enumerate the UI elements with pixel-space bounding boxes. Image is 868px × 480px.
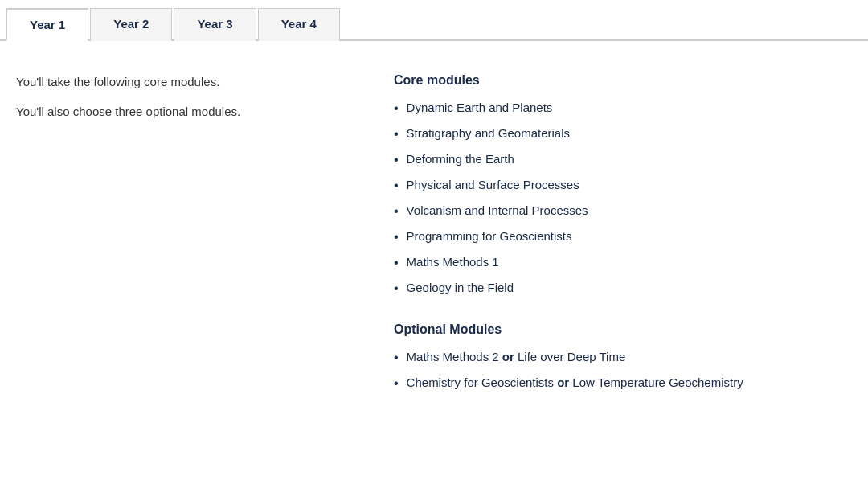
main-content: You'll take the following core modules. … (0, 41, 868, 441)
list-item: Maths Methods 2 or Life over Deep Time (394, 348, 852, 367)
list-item: Maths Methods 1 (394, 253, 852, 273)
list-item: Physical and Surface Processes (394, 176, 852, 195)
list-item: Geology in the Field (394, 279, 852, 298)
or-keyword: or (502, 348, 514, 367)
tab-year3[interactable]: Year 3 (174, 8, 256, 41)
optional-item-text1: Chemistry for Geoscientists (407, 374, 554, 392)
list-item: Volcanism and Internal Processes (394, 202, 852, 221)
list-item: Programming for Geoscientists (394, 228, 852, 247)
tab-year2[interactable]: Year 2 (90, 8, 172, 41)
optional-item-text2: Life over Deep Time (518, 348, 625, 367)
core-modules-title: Core modules (394, 73, 852, 88)
optional-modules-title: Optional Modules (394, 322, 852, 337)
optional-item-text2: Low Temperature Geochemistry (572, 374, 743, 392)
optional-modules-list: Maths Methods 2 or Life over Deep Time C… (394, 348, 852, 393)
right-panel: Core modules Dynamic Earth and Planets S… (386, 73, 852, 417)
tab-year4[interactable]: Year 4 (258, 8, 340, 41)
list-item: Chemistry for Geoscientists or Low Tempe… (394, 374, 852, 393)
core-modules-list: Dynamic Earth and Planets Stratigraphy a… (394, 99, 852, 298)
optional-item-text1: Maths Methods 2 (407, 348, 499, 367)
optional-intro-text: You'll also choose three optional module… (16, 103, 370, 121)
left-panel: You'll take the following core modules. … (16, 73, 386, 417)
tab-year1[interactable]: Year 1 (6, 8, 88, 41)
tabs-bar: Year 1 Year 2 Year 3 Year 4 (0, 0, 868, 41)
list-item: Stratigraphy and Geomaterials (394, 125, 852, 144)
or-keyword: or (557, 374, 569, 392)
intro-text: You'll take the following core modules. (16, 73, 370, 92)
optional-modules-section: Optional Modules Maths Methods 2 or Life… (394, 322, 852, 393)
list-item: Deforming the Earth (394, 150, 852, 170)
list-item: Dynamic Earth and Planets (394, 99, 852, 118)
